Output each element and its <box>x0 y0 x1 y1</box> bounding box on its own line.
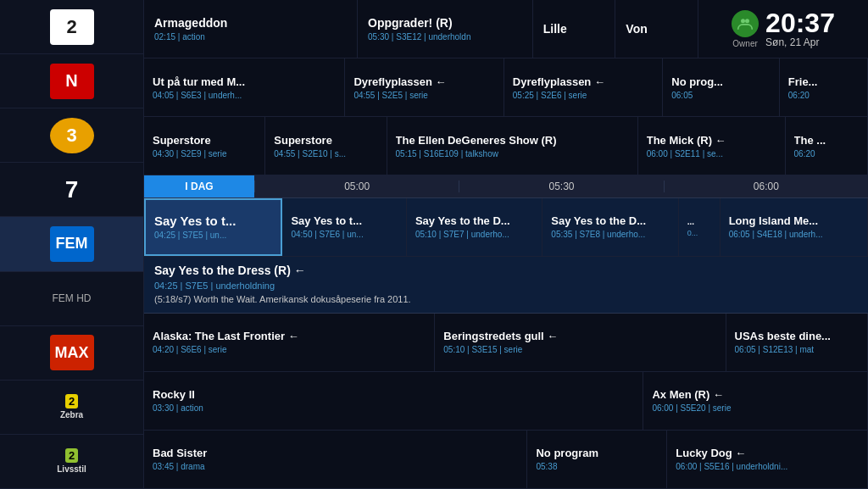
tv3-super1-meta: 04:30 | S2E9 | serie <box>153 149 256 158</box>
fem-longisland-meta: 06:05 | S4E18 | underh... <box>729 230 859 239</box>
sidebar-item-tv2[interactable]: 2 <box>0 0 143 54</box>
fem-sayes4-cell[interactable]: Say Yes to the D... 05:35 | S7E8 | under… <box>542 198 678 256</box>
tv3-ellen-meta: 05:15 | S16E109 | talkshow <box>396 149 629 158</box>
nrk-frie-meta: 06:20 <box>788 91 859 100</box>
nrk-dyre1-title: Dyreflyplassen ← <box>353 75 494 88</box>
oppgrader-meta: 05:30 | S3E12 | underholdn <box>368 32 522 42</box>
nrk-frie-cell[interactable]: Frie... 06:20 <box>780 58 868 116</box>
tv3-mick-meta: 06:00 | S2E11 | se... <box>647 149 776 158</box>
livsstil-noprog-meta: 05:38 <box>536 462 658 471</box>
fem-sayes2-title: Say Yes to t... <box>291 214 397 227</box>
von-title: Von <box>626 22 687 36</box>
femhd-logo: FEM HD <box>50 281 94 316</box>
clock-date: Søn, 21 Apr <box>765 36 835 48</box>
tv2-logo: 2 <box>50 9 94 45</box>
tv3-the-meta: 06:20 <box>794 149 859 158</box>
zebra-axmen-meta: 06:00 | S5E20 | serie <box>652 403 859 413</box>
clock-time: 20:37 <box>765 9 835 36</box>
detail-panel: Say Yes to the Dress (R) ← 04:25 | S7E5 … <box>144 257 421 313</box>
tv3-ellen-cell[interactable]: The Ellen DeGeneres Show (R) 05:15 | S16… <box>387 117 638 175</box>
zebra-rocky-meta: 03:30 | action <box>153 403 634 413</box>
fem-longisland-cell[interactable]: Long Island Me... 06:05 | S4E18 | underh… <box>721 198 868 256</box>
tv2-armageddon-cell[interactable]: Armageddon 02:15 | action <box>144 0 358 58</box>
fem-sayes1-cell[interactable]: Say Yes to t... 04:25 | S7E5 | un... <box>144 198 282 256</box>
fem-sayes1-meta: 04:25 | S7E5 | un... <box>154 231 272 240</box>
tv2-von-cell[interactable]: Von <box>615 0 698 58</box>
zebra-row: Rocky II 03:30 | action Ax Men (R) ← 06:… <box>144 372 868 431</box>
sidebar-item-nrk[interactable]: N <box>0 54 143 108</box>
tv3-super1-cell[interactable]: Superstore 04:30 | S2E9 | serie <box>144 117 265 175</box>
fem-row: Say Yes to t... 04:25 | S7E5 | un... Say… <box>144 198 868 257</box>
zebra-axmen-title: Ax Men (R) ← <box>652 388 859 401</box>
tv2zebra-logo: 2 Zebra <box>50 389 94 425</box>
tv3-mick-cell[interactable]: The Mick (R) ← 06:00 | S2E11 | se... <box>638 117 786 175</box>
max-bering-title: Beringstredets gull ← <box>443 330 716 342</box>
zebra-rocky-cell[interactable]: Rocky II 03:30 | action <box>144 372 643 430</box>
detail-title-text: Say Yes to the Dress (R) ← <box>154 264 306 277</box>
max-usas-meta: 06:05 | S12E13 | mat <box>735 345 859 354</box>
fem-sayes2-meta: 04:50 | S7E6 | un... <box>291 230 397 239</box>
sidebar-item-femhd[interactable]: FEM HD <box>0 272 143 326</box>
livsstil-lucky-cell[interactable]: Lucky Dog ← 06:00 | S5E16 | underholdni.… <box>667 431 868 488</box>
sidebar-item-max[interactable]: MAX <box>0 326 143 381</box>
max-logo: MAX <box>50 335 94 370</box>
tv2-lille-cell[interactable]: Lille <box>533 0 616 58</box>
sidebar-item-fem[interactable]: FEM <box>0 217 143 271</box>
max-alaska-cell[interactable]: Alaska: The Last Frontier ← 04:20 | S6E6… <box>144 314 435 371</box>
fem-dots-cell[interactable]: ... 0... <box>679 198 721 256</box>
owner-section: Owner 20:37 Søn, 21 Apr <box>732 9 835 48</box>
clock-panel: Owner 20:37 Søn, 21 Apr <box>698 0 868 58</box>
tv2-oppgrader-cell[interactable]: Oppgrader! (R) 05:30 | S3E12 | underhold… <box>358 0 533 58</box>
nrk-ut-cell[interactable]: Ut på tur med M... 04:05 | S6E3 | underh… <box>144 58 345 116</box>
timeline-times: 05:00 05:30 06:00 <box>254 181 868 192</box>
nrk-row: Ut på tur med M... 04:05 | S6E3 | underh… <box>144 58 868 117</box>
tv3-the-cell[interactable]: The ... 06:20 <box>786 117 868 175</box>
zebra-axmen-cell[interactable]: Ax Men (R) ← 06:00 | S5E20 | serie <box>643 372 868 430</box>
nrk-dyre2-title: Dyreflyplassen ← <box>513 75 654 88</box>
nrk-ut-meta: 04:05 | S6E3 | underh... <box>153 91 336 100</box>
fem-detail-row: Say Yes to the Dress (R) ← 04:25 | S7E5 … <box>144 257 868 314</box>
tv2livsstil-logo: 2 Livsstil <box>50 443 94 479</box>
livsstil-bad-cell[interactable]: Bad Sister 03:45 | drama <box>144 431 527 488</box>
tv3-the-title: The ... <box>794 134 859 147</box>
tv7-logo: 7 <box>50 172 94 208</box>
livsstil-noprog-cell[interactable]: No program 05:38 <box>527 431 667 488</box>
time-0530: 05:30 <box>459 181 663 192</box>
livsstil-lucky-title: Lucky Dog ← <box>676 447 859 459</box>
fem-sayes2-cell[interactable]: Say Yes to t... 04:50 | S7E6 | un... <box>282 198 406 256</box>
fem-sayes4-title: Say Yes to the D... <box>551 214 669 227</box>
fem-logo: FEM <box>50 226 94 262</box>
tv3-super2-meta: 04:55 | S2E10 | s... <box>274 149 377 158</box>
nrk-dyre1-meta: 04:55 | S2E5 | serie <box>353 91 494 100</box>
max-usas-title: USAs beste dine... <box>735 330 859 342</box>
time-0600: 06:00 <box>664 181 868 192</box>
sidebar-item-tv2livsstil[interactable]: 2 Livsstil <box>0 435 143 489</box>
zebra-rocky-title: Rocky II <box>153 388 634 401</box>
fem-sayes3-cell[interactable]: Say Yes to the D... 05:10 | S7E7 | under… <box>407 198 542 256</box>
max-alaska-meta: 04:20 | S6E6 | serie <box>153 345 426 354</box>
detail-title: Say Yes to the Dress (R) ← <box>154 264 411 277</box>
sidebar-item-tv3[interactable]: 3 <box>0 108 143 163</box>
owner-label: Owner <box>732 39 757 48</box>
sidebar-item-tv2zebra[interactable]: 2 Zebra <box>0 381 143 435</box>
fem-sayes3-title: Say Yes to the D... <box>415 214 533 227</box>
fem-sayes4-meta: 05:35 | S7E8 | underho... <box>551 230 669 239</box>
header-row: Armageddon 02:15 | action Oppgrader! (R)… <box>144 0 868 58</box>
time-0500: 05:00 <box>254 181 459 192</box>
max-bering-cell[interactable]: Beringstredets gull ← 05:10 | S3E15 | se… <box>435 314 726 371</box>
nrk-dyre1-cell[interactable]: Dyreflyplassen ← 04:55 | S2E5 | serie <box>345 58 504 116</box>
timeline-header: I DAG 05:00 05:30 06:00 <box>144 175 868 198</box>
livsstil-bad-meta: 03:45 | drama <box>153 462 518 471</box>
armageddon-title: Armageddon <box>154 16 347 30</box>
channel-sidebar: 2 N 3 7 FEM FEM HD MAX 2 Zebra <box>0 0 144 489</box>
tv3-super2-cell[interactable]: Superstore 04:55 | S2E10 | s... <box>265 117 387 175</box>
nrk-noprog-cell[interactable]: No prog... 06:05 <box>663 58 780 116</box>
nrk-dyre2-cell[interactable]: Dyreflyplassen ← 05:25 | S2E6 | serie <box>504 58 663 116</box>
nrk-dyre2-meta: 05:25 | S2E6 | serie <box>513 91 654 100</box>
max-usas-cell[interactable]: USAs beste dine... 06:05 | S12E13 | mat <box>726 314 868 371</box>
livsstil-noprog-title: No program <box>536 447 658 459</box>
detail-desc: (5:18/s7) Worth the Wait. Amerikansk dok… <box>154 294 411 304</box>
livsstil-bad-title: Bad Sister <box>153 447 518 459</box>
sidebar-item-tv7[interactable]: 7 <box>0 163 143 217</box>
nrk-logo: N <box>50 64 94 99</box>
